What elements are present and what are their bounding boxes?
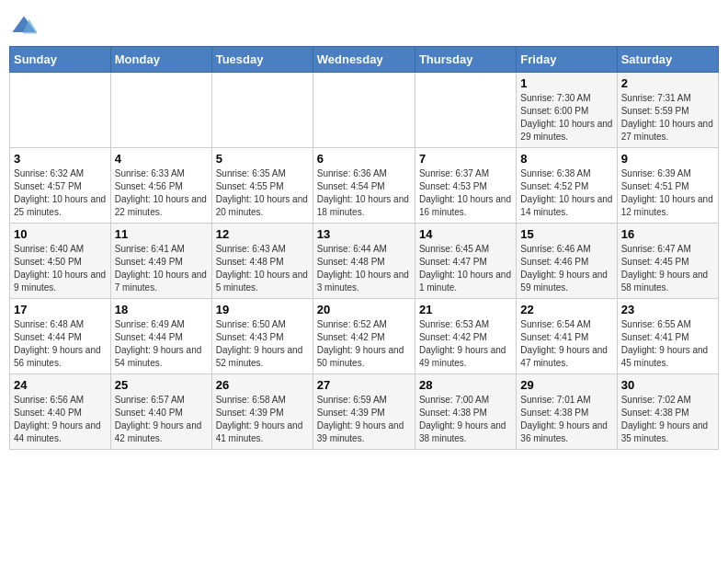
day-info: Sunrise: 6:38 AMSunset: 4:52 PMDaylight:…	[520, 167, 612, 219]
day-info: Sunrise: 6:39 AMSunset: 4:51 PMDaylight:…	[621, 167, 714, 219]
day-number: 13	[317, 227, 411, 241]
calendar-week-row: 24Sunrise: 6:56 AMSunset: 4:40 PMDayligh…	[10, 374, 719, 450]
calendar-week-row: 1Sunrise: 7:30 AMSunset: 6:00 PMDaylight…	[10, 73, 719, 148]
calendar-cell: 29Sunrise: 7:01 AMSunset: 4:38 PMDayligh…	[517, 374, 617, 450]
day-info: Sunrise: 6:33 AMSunset: 4:56 PMDaylight:…	[115, 167, 208, 219]
weekday-header-tuesday: Tuesday	[211, 47, 313, 73]
weekday-header-sunday: Sunday	[10, 47, 111, 73]
day-number: 30	[621, 378, 714, 392]
calendar-cell: 5Sunrise: 6:35 AMSunset: 4:55 PMDaylight…	[211, 148, 313, 224]
calendar-cell: 10Sunrise: 6:40 AMSunset: 4:50 PMDayligh…	[10, 224, 111, 299]
day-number: 9	[621, 152, 714, 166]
calendar-week-row: 10Sunrise: 6:40 AMSunset: 4:50 PMDayligh…	[10, 224, 719, 299]
weekday-header-saturday: Saturday	[617, 47, 718, 73]
day-number: 3	[14, 152, 107, 166]
weekday-header-monday: Monday	[110, 47, 211, 73]
calendar-cell: 12Sunrise: 6:43 AMSunset: 4:48 PMDayligh…	[211, 224, 313, 299]
calendar-cell	[211, 73, 313, 148]
day-number: 15	[520, 227, 612, 241]
calendar-cell: 28Sunrise: 7:00 AMSunset: 4:38 PMDayligh…	[415, 374, 516, 450]
day-info: Sunrise: 6:46 AMSunset: 4:46 PMDaylight:…	[520, 243, 612, 294]
calendar-cell	[10, 73, 111, 148]
logo-icon	[11, 13, 37, 39]
day-info: Sunrise: 6:41 AMSunset: 4:49 PMDaylight:…	[115, 243, 208, 294]
calendar-cell: 23Sunrise: 6:55 AMSunset: 4:41 PMDayligh…	[617, 299, 718, 374]
calendar-cell: 30Sunrise: 7:02 AMSunset: 4:38 PMDayligh…	[617, 374, 718, 450]
day-number: 24	[14, 378, 107, 392]
day-number: 17	[14, 303, 107, 316]
day-info: Sunrise: 6:53 AMSunset: 4:42 PMDaylight:…	[419, 318, 512, 370]
weekday-header-thursday: Thursday	[415, 47, 516, 73]
day-number: 8	[520, 152, 612, 166]
day-number: 26	[216, 378, 309, 392]
day-info: Sunrise: 7:00 AMSunset: 4:38 PMDaylight:…	[419, 394, 512, 445]
day-number: 2	[621, 76, 714, 90]
day-info: Sunrise: 6:32 AMSunset: 4:57 PMDaylight:…	[14, 167, 107, 219]
calendar-cell	[110, 73, 211, 148]
day-number: 23	[621, 303, 714, 316]
day-number: 18	[115, 303, 208, 316]
calendar-cell: 24Sunrise: 6:56 AMSunset: 4:40 PMDayligh…	[10, 374, 111, 450]
calendar-cell	[313, 73, 415, 148]
day-info: Sunrise: 7:30 AMSunset: 6:00 PMDaylight:…	[520, 92, 612, 144]
day-number: 11	[115, 227, 208, 241]
day-info: Sunrise: 6:36 AMSunset: 4:54 PMDaylight:…	[317, 167, 411, 219]
day-info: Sunrise: 6:56 AMSunset: 4:40 PMDaylight:…	[14, 394, 107, 445]
calendar-cell: 27Sunrise: 6:59 AMSunset: 4:39 PMDayligh…	[313, 374, 415, 450]
calendar-cell: 17Sunrise: 6:48 AMSunset: 4:44 PMDayligh…	[10, 299, 111, 374]
calendar-table: SundayMondayTuesdayWednesdayThursdayFrid…	[9, 46, 719, 450]
day-info: Sunrise: 6:57 AMSunset: 4:40 PMDaylight:…	[115, 394, 208, 445]
calendar-cell: 21Sunrise: 6:53 AMSunset: 4:42 PMDayligh…	[415, 299, 516, 374]
day-info: Sunrise: 6:50 AMSunset: 4:43 PMDaylight:…	[216, 318, 309, 370]
weekday-header-row: SundayMondayTuesdayWednesdayThursdayFrid…	[10, 47, 719, 73]
calendar-week-row: 17Sunrise: 6:48 AMSunset: 4:44 PMDayligh…	[10, 299, 719, 374]
day-number: 6	[317, 152, 411, 166]
day-number: 29	[520, 378, 612, 392]
day-info: Sunrise: 7:02 AMSunset: 4:38 PMDaylight:…	[621, 394, 714, 445]
day-info: Sunrise: 6:49 AMSunset: 4:44 PMDaylight:…	[115, 318, 208, 370]
day-number: 20	[317, 303, 411, 316]
day-number: 1	[520, 76, 612, 90]
calendar-week-row: 3Sunrise: 6:32 AMSunset: 4:57 PMDaylight…	[10, 148, 719, 224]
calendar-cell: 14Sunrise: 6:45 AMSunset: 4:47 PMDayligh…	[415, 224, 516, 299]
calendar-cell: 25Sunrise: 6:57 AMSunset: 4:40 PMDayligh…	[110, 374, 211, 450]
day-info: Sunrise: 7:01 AMSunset: 4:38 PMDaylight:…	[520, 394, 612, 445]
day-number: 16	[621, 227, 714, 241]
calendar-cell: 20Sunrise: 6:52 AMSunset: 4:42 PMDayligh…	[313, 299, 415, 374]
day-number: 19	[216, 303, 309, 316]
calendar-cell: 11Sunrise: 6:41 AMSunset: 4:49 PMDayligh…	[110, 224, 211, 299]
page-header	[9, 9, 719, 39]
calendar-cell: 26Sunrise: 6:58 AMSunset: 4:39 PMDayligh…	[211, 374, 313, 450]
day-info: Sunrise: 6:59 AMSunset: 4:39 PMDaylight:…	[317, 394, 411, 445]
calendar-cell: 22Sunrise: 6:54 AMSunset: 4:41 PMDayligh…	[517, 299, 617, 374]
day-info: Sunrise: 6:43 AMSunset: 4:48 PMDaylight:…	[216, 243, 309, 294]
day-info: Sunrise: 6:45 AMSunset: 4:47 PMDaylight:…	[419, 243, 512, 294]
calendar-cell: 2Sunrise: 7:31 AMSunset: 5:59 PMDaylight…	[617, 73, 718, 148]
day-info: Sunrise: 6:48 AMSunset: 4:44 PMDaylight:…	[14, 318, 107, 370]
logo	[9, 13, 37, 39]
calendar-cell: 1Sunrise: 7:30 AMSunset: 6:00 PMDaylight…	[517, 73, 617, 148]
calendar-cell: 8Sunrise: 6:38 AMSunset: 4:52 PMDaylight…	[517, 148, 617, 224]
calendar-cell	[415, 73, 516, 148]
calendar-cell: 18Sunrise: 6:49 AMSunset: 4:44 PMDayligh…	[110, 299, 211, 374]
day-number: 10	[14, 227, 107, 241]
day-number: 25	[115, 378, 208, 392]
day-number: 12	[216, 227, 309, 241]
day-number: 14	[419, 227, 512, 241]
calendar-cell: 7Sunrise: 6:37 AMSunset: 4:53 PMDaylight…	[415, 148, 516, 224]
day-number: 27	[317, 378, 411, 392]
day-info: Sunrise: 6:54 AMSunset: 4:41 PMDaylight:…	[520, 318, 612, 370]
calendar-cell: 6Sunrise: 6:36 AMSunset: 4:54 PMDaylight…	[313, 148, 415, 224]
day-info: Sunrise: 6:37 AMSunset: 4:53 PMDaylight:…	[419, 167, 512, 219]
day-number: 22	[520, 303, 612, 316]
day-number: 5	[216, 152, 309, 166]
day-info: Sunrise: 6:55 AMSunset: 4:41 PMDaylight:…	[621, 318, 714, 370]
day-info: Sunrise: 6:58 AMSunset: 4:39 PMDaylight:…	[216, 394, 309, 445]
day-info: Sunrise: 7:31 AMSunset: 5:59 PMDaylight:…	[621, 92, 714, 144]
day-info: Sunrise: 6:40 AMSunset: 4:50 PMDaylight:…	[14, 243, 107, 294]
calendar-cell: 16Sunrise: 6:47 AMSunset: 4:45 PMDayligh…	[617, 224, 718, 299]
calendar-cell: 19Sunrise: 6:50 AMSunset: 4:43 PMDayligh…	[211, 299, 313, 374]
day-info: Sunrise: 6:44 AMSunset: 4:48 PMDaylight:…	[317, 243, 411, 294]
day-number: 7	[419, 152, 512, 166]
calendar-cell: 9Sunrise: 6:39 AMSunset: 4:51 PMDaylight…	[617, 148, 718, 224]
